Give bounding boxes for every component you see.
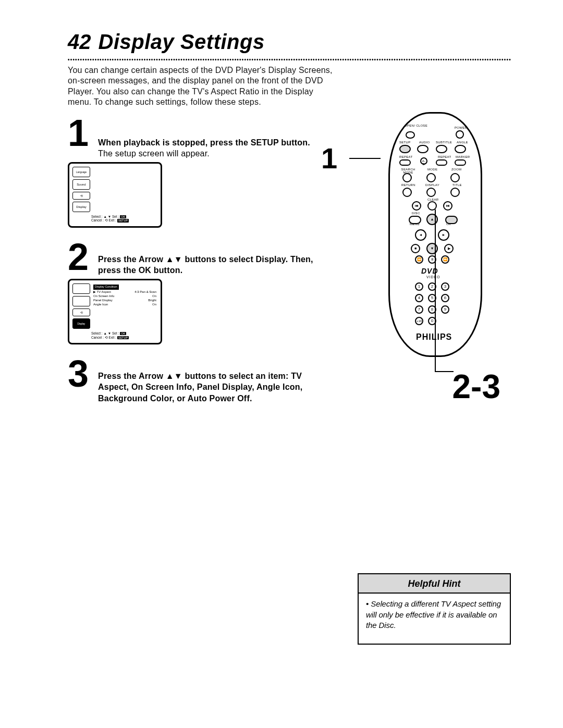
- label-display: DISPLAY: [425, 183, 439, 187]
- num-1: 1: [415, 282, 423, 291]
- label-return: RETURN: [401, 183, 415, 187]
- label-power: POWER: [455, 126, 467, 129]
- step-3: 3 Press the Arrow buttons to select an i…: [68, 350, 318, 403]
- callout-2-3: 2-3: [452, 367, 501, 406]
- remote-column: 1 OPEN/ CLOSE POWER SETUP AUDIO SUBTITLE…: [328, 112, 511, 581]
- label-audio: AUDIO: [419, 141, 430, 144]
- return-button: [402, 188, 412, 197]
- label-title: TITLE: [452, 183, 462, 187]
- rew-button: ⏪: [415, 255, 423, 264]
- stop-button: ■: [411, 244, 420, 253]
- num-4: 4: [415, 294, 423, 302]
- step-number: 3: [68, 355, 89, 392]
- prev-button: ⏮: [412, 201, 421, 211]
- num-6: 6: [441, 294, 449, 302]
- num-10: +10: [415, 317, 423, 325]
- dvd-video-label: VIDEO: [426, 275, 440, 279]
- label-zoom: ZOOM: [451, 168, 461, 171]
- callout-line: [435, 371, 454, 372]
- menu-button: MENU: [409, 216, 421, 224]
- step-bold: Press the Arrow buttons to select an ite…: [98, 372, 302, 402]
- down-arrow-icon: [174, 372, 182, 380]
- callout-line: [435, 209, 436, 371]
- osd-detail: Display Condition ▶ TV Aspect4:3 Pan & S…: [93, 285, 156, 306]
- manual-page: 42 Display Settings ••••••••••••••••••••…: [0, 0, 563, 728]
- step-number: 2: [68, 238, 89, 276]
- num-7: 7: [415, 305, 423, 314]
- hint-body: Selecting a different TV Aspect setting …: [359, 594, 510, 644]
- step-rest: The setup screen will appear.: [98, 149, 210, 158]
- osd-detail-row: On Screen InfoOn: [93, 294, 156, 298]
- osd-screenshot-2: ⟲ Display Display Condition ▶ TV Aspect4…: [68, 279, 162, 344]
- marker-button: [455, 159, 466, 166]
- osd-tab: Display: [72, 318, 90, 329]
- callout-line: [349, 158, 381, 159]
- osd-detail-row: ▶ TV Aspect4:3 Pan & Scan: [93, 290, 156, 294]
- angle-button: [455, 145, 466, 153]
- next-button: ⏭: [443, 201, 452, 211]
- label-setup: SETUP: [399, 141, 411, 144]
- hint-title: Helpful Hint: [359, 574, 510, 594]
- osd-helper: Select : ▲ ▼ Set : OK Cancel : ⟲ Exit : …: [91, 215, 129, 223]
- brand-label: PHILIPS: [416, 332, 452, 342]
- steps-column: 1 When playback is stopped, press the SE…: [68, 112, 318, 404]
- osd-tab: ⟲: [72, 192, 90, 200]
- down-arrow-icon: [174, 255, 182, 264]
- step-number: 1: [68, 114, 89, 152]
- label-repeat: REPEAT: [399, 155, 412, 158]
- label-open-close: OPEN/ CLOSE: [405, 124, 427, 127]
- label-clear: CLEAR: [427, 198, 439, 201]
- up-arrow-icon: [166, 372, 174, 380]
- arrow-right-button: ►: [438, 229, 449, 241]
- osd-helper: Select : ▲ ▼ Set : OK Cancel : ⟲ Exit : …: [91, 331, 129, 340]
- ff-button: ⏩: [441, 255, 449, 264]
- label-repeat2: REPEAT: [438, 155, 451, 158]
- repeat-button: [399, 159, 411, 166]
- play-button: ▶: [444, 244, 454, 253]
- step-2: 2 Press the Arrow buttons to select Disp…: [68, 233, 318, 276]
- setup-button: [399, 145, 411, 153]
- osd-tab: Display: [72, 202, 90, 212]
- audio-button: [417, 145, 429, 153]
- power-button: [456, 130, 464, 139]
- helpful-hint-box: Helpful Hint Selecting a different TV As…: [358, 573, 511, 645]
- label-angle: ANGLE: [457, 141, 468, 144]
- step-1: 1 When playback is stopped, press the SE…: [68, 116, 318, 159]
- osd-detail-row: Angle IconOn: [93, 302, 156, 306]
- num-3: 3: [441, 282, 449, 291]
- label-marker: MARKER: [456, 155, 470, 158]
- label-disc: DISC: [412, 212, 420, 215]
- subtitle-button: [436, 145, 447, 153]
- intro-text: You can change certain aspects of the DV…: [68, 65, 334, 108]
- osd-screenshot-1: Language Sound ⟲ Display Select : ▲ ▼ Se…: [68, 162, 162, 228]
- osd-tabs: ⟲ Display: [72, 283, 90, 331]
- label-mode: MODE: [427, 168, 437, 171]
- header-divider: ••••••••••••••••••••••••••••••••••••••••…: [68, 57, 511, 61]
- ab-button: A-B: [420, 157, 427, 165]
- arrow-left-button: ◄: [415, 229, 426, 241]
- page-number: 42: [68, 30, 91, 54]
- osd-tab: Sound: [72, 179, 90, 190]
- ok-button: OK: [445, 216, 458, 224]
- num-9: 9: [441, 305, 449, 314]
- open-close-button: [406, 131, 415, 139]
- osd-detail-row: Panel DisplayBright: [93, 298, 156, 302]
- step-text: Press the Arrow buttons to select Displa…: [98, 254, 318, 276]
- searchmode-button: [402, 173, 412, 182]
- osd-tabs: Language Sound ⟲ Display: [72, 167, 90, 214]
- osd-tab: Language: [72, 167, 90, 177]
- display-button: [426, 188, 436, 197]
- arrow-down-button: ▼: [426, 243, 438, 254]
- title-button: [450, 188, 460, 197]
- page-title: Display Settings: [99, 30, 265, 54]
- osd-tab: [72, 296, 90, 306]
- zoom-button: [450, 173, 460, 182]
- page-header: 42 Display Settings: [68, 30, 511, 54]
- callout-1: 1: [321, 141, 337, 175]
- mode-button: [426, 173, 436, 182]
- up-arrow-icon: [166, 255, 174, 264]
- step-bold: Press the Arrow buttons to select Displa…: [98, 255, 313, 275]
- step-text: Press the Arrow buttons to select an ite…: [98, 371, 318, 403]
- arrow-up-button: ▲: [426, 214, 438, 225]
- label-subtitle: SUBTITLE: [436, 141, 452, 144]
